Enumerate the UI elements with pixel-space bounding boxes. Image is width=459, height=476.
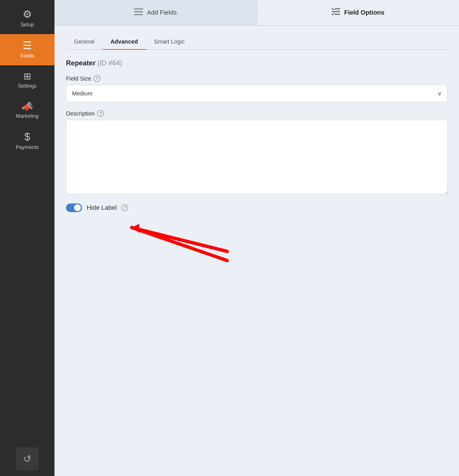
- description-help-icon[interactable]: ?: [97, 110, 104, 117]
- svg-point-4: [333, 8, 335, 10]
- tab-advanced-label: Advanced: [110, 38, 138, 45]
- fields-icon: ☰: [23, 40, 32, 51]
- sidebar-item-settings[interactable]: ⊞ Settings: [0, 65, 55, 95]
- marketing-icon: 📣: [22, 102, 33, 111]
- description-label-row: Description ?: [66, 110, 448, 117]
- field-size-help-icon[interactable]: ?: [94, 75, 100, 82]
- tab-smart-logic[interactable]: Smart Logic: [146, 34, 193, 50]
- field-size-label: Field Size: [66, 75, 91, 82]
- sidebar-bottom: ↺: [16, 447, 39, 470]
- field-name: Repeater: [66, 59, 96, 67]
- tab-field-options[interactable]: Field Options: [257, 0, 459, 25]
- svg-point-8: [333, 13, 336, 15]
- field-size-select-wrapper: Small Medium Large ∨: [66, 85, 448, 102]
- hide-label-toggle[interactable]: [66, 203, 82, 212]
- tab-smart-logic-label: Smart Logic: [154, 38, 185, 45]
- content-area: General Advanced Smart Logic Repeater (I…: [55, 26, 459, 476]
- sidebar-item-setup[interactable]: ⚙ Setup: [0, 3, 55, 34]
- description-group: Description ?: [66, 110, 448, 195]
- field-size-select[interactable]: Small Medium Large: [66, 85, 448, 102]
- field-size-label-row: Field Size ?: [66, 75, 448, 82]
- sidebar-item-fields-label: Fields: [20, 53, 34, 59]
- gear-icon: ⚙: [23, 9, 32, 19]
- sub-tabs: General Advanced Smart Logic: [66, 34, 448, 50]
- tab-general[interactable]: General: [66, 34, 102, 50]
- field-options-label: Field Options: [344, 9, 385, 16]
- description-label: Description: [66, 110, 95, 117]
- field-title: Repeater (ID #64): [66, 59, 448, 67]
- sidebar-item-settings-label: Settings: [18, 83, 36, 89]
- tab-advanced[interactable]: Advanced: [102, 34, 146, 50]
- hide-label-row: Hide Label ?: [66, 203, 448, 212]
- field-size-group: Field Size ? Small Medium Large ∨: [66, 75, 448, 102]
- annotation-layer: Hide Label ?: [66, 203, 448, 305]
- history-icon: ↺: [23, 453, 31, 465]
- sidebar-item-marketing[interactable]: 📣 Marketing: [0, 95, 55, 126]
- settings-icon: ⊞: [24, 72, 31, 81]
- tab-add-fields[interactable]: Add Fields: [55, 0, 256, 25]
- toggle-knob: [74, 204, 81, 211]
- top-tabs: Add Fields Field Options: [55, 0, 459, 26]
- svg-rect-0: [134, 8, 143, 9]
- main-content: Add Fields Field Options General: [55, 0, 459, 476]
- svg-point-6: [337, 10, 339, 13]
- add-fields-label: Add Fields: [147, 9, 177, 16]
- svg-rect-1: [134, 11, 143, 12]
- svg-marker-11: [132, 224, 140, 233]
- description-textarea[interactable]: [66, 120, 448, 194]
- sidebar-item-payments[interactable]: $ Payments: [0, 126, 55, 157]
- tab-general-label: General: [74, 38, 94, 45]
- svg-line-10: [132, 228, 227, 251]
- svg-rect-2: [134, 14, 143, 15]
- history-button[interactable]: ↺: [16, 447, 39, 470]
- sidebar-item-payments-label: Payments: [16, 144, 39, 150]
- svg-line-9: [132, 228, 227, 260]
- sidebar-item-setup-label: Setup: [20, 22, 34, 28]
- sidebar-item-marketing-label: Marketing: [16, 113, 38, 119]
- payments-icon: $: [24, 132, 30, 142]
- sidebar: ⚙ Setup ☰ Fields ⊞ Settings 📣 Marketing …: [0, 0, 55, 476]
- hide-label-text: Hide Label: [87, 204, 117, 211]
- field-id: (ID #64): [97, 59, 122, 67]
- add-fields-icon: [134, 8, 143, 17]
- red-arrow-annotation: [72, 209, 273, 301]
- sidebar-item-fields[interactable]: ☰ Fields: [0, 34, 55, 65]
- field-options-icon: [332, 8, 340, 17]
- hide-label-help-icon[interactable]: ?: [121, 204, 128, 211]
